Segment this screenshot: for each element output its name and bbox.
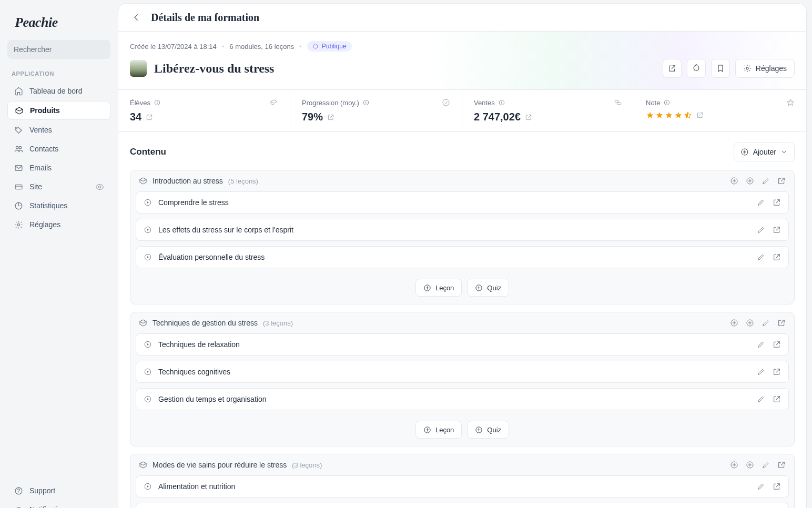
- bookmark-button[interactable]: [711, 59, 730, 78]
- lesson-row[interactable]: Comprendre le stress: [136, 191, 789, 214]
- sidebar-item-gear[interactable]: Réglages: [7, 216, 110, 233]
- sidebar-item-label: Support: [29, 486, 55, 495]
- eye-icon: [95, 182, 104, 191]
- settings-button[interactable]: Réglages: [735, 59, 795, 78]
- module-count: (3 leçons): [263, 319, 293, 327]
- lesson-row[interactable]: Les effets du stress sur le corps et l'e…: [136, 219, 789, 241]
- edit-button[interactable]: [757, 482, 765, 491]
- open-button[interactable]: [777, 177, 786, 185]
- lesson-row[interactable]: Gestion du temps et organisation: [136, 388, 789, 410]
- sidebar-item-label: Contacts: [29, 145, 58, 153]
- open-button[interactable]: [773, 198, 781, 207]
- sidebar-item-users[interactable]: Contacts: [7, 140, 110, 158]
- box-icon: [14, 106, 24, 115]
- gear-icon: [14, 220, 23, 229]
- sidebar-item-label: Ventes: [29, 126, 52, 134]
- open-button[interactable]: [777, 319, 786, 327]
- bell-icon: [14, 505, 23, 508]
- external-link-icon[interactable]: [525, 114, 532, 121]
- lesson-title: Alimentation et nutrition: [158, 482, 235, 491]
- edit-button[interactable]: [757, 395, 765, 403]
- info-icon[interactable]: [663, 99, 671, 106]
- sidebar-item-label: Réglages: [29, 220, 60, 229]
- edit-button[interactable]: [762, 319, 770, 327]
- open-button[interactable]: [773, 253, 781, 261]
- edit-button[interactable]: [757, 253, 765, 261]
- extension-button[interactable]: [687, 59, 706, 78]
- lesson-row[interactable]: Alimentation et nutrition: [136, 475, 789, 497]
- sidebar-item-box[interactable]: Produits: [7, 101, 110, 120]
- play-icon: [144, 226, 152, 234]
- edit-button[interactable]: [762, 177, 770, 185]
- back-button[interactable]: [130, 11, 143, 24]
- edit-button[interactable]: [762, 461, 770, 469]
- edit-button[interactable]: [757, 226, 765, 234]
- sidebar-item-label: Notifications: [29, 505, 69, 508]
- tag-icon: [14, 125, 23, 135]
- add-button[interactable]: [730, 319, 738, 327]
- lesson-row[interactable]: Techniques de relaxation: [136, 333, 789, 355]
- lesson-row[interactable]: Techniques cognitives: [136, 361, 789, 383]
- open-button[interactable]: [773, 395, 781, 403]
- content-title: Contenu: [130, 147, 166, 157]
- home-icon: [14, 86, 23, 96]
- info-icon[interactable]: [154, 99, 161, 106]
- box-icon: [139, 319, 147, 327]
- external-link-icon[interactable]: [146, 114, 153, 121]
- add-button-2[interactable]: [746, 319, 754, 327]
- stats-row: Élèves 34 Progression (moy.) 79% Ventes …: [118, 89, 806, 132]
- add-lesson-button[interactable]: Leçon: [415, 279, 462, 297]
- open-button[interactable]: [773, 368, 781, 376]
- open-button[interactable]: [773, 482, 781, 491]
- open-button[interactable]: [777, 461, 786, 469]
- content-header: Contenu Ajouter: [130, 143, 795, 161]
- lesson-row[interactable]: Activité physique: [136, 503, 789, 508]
- play-icon: [144, 482, 152, 491]
- sidebar: Peachie Rechercher APPLICATION Tableau d…: [0, 0, 118, 508]
- edit-button[interactable]: [757, 368, 765, 376]
- module-footer: Leçon Quiz: [130, 273, 794, 304]
- info-icon[interactable]: [362, 99, 370, 106]
- sidebar-footer-help[interactable]: Support: [7, 482, 110, 500]
- box-icon: [139, 461, 147, 469]
- add-lesson-button[interactable]: Leçon: [415, 421, 462, 439]
- course-hero: Créée le 13/07/2024 à 18:14 • 6 modules,…: [118, 32, 806, 89]
- sidebar-footer-bell[interactable]: Notifications: [7, 501, 110, 508]
- info-icon[interactable]: [498, 99, 505, 106]
- external-link-icon[interactable]: [327, 114, 334, 121]
- add-button-2[interactable]: [746, 177, 754, 185]
- edit-button[interactable]: [757, 198, 765, 207]
- open-button[interactable]: [773, 340, 781, 349]
- lessons-list: Comprendre le stress Les effets du stres…: [130, 191, 794, 273]
- edit-button[interactable]: [757, 340, 765, 349]
- brand-logo: Peachie: [15, 15, 110, 31]
- panel-header: Détails de ma formation: [118, 4, 806, 32]
- add-quiz-button[interactable]: Quiz: [467, 279, 509, 297]
- module-header[interactable]: Techniques de gestion du stress (3 leçon…: [130, 312, 794, 333]
- sidebar-item-tag[interactable]: Ventes: [7, 121, 110, 139]
- add-button[interactable]: [730, 461, 738, 469]
- stat-value: 34: [130, 111, 141, 123]
- module-count: (5 leçons): [228, 177, 258, 185]
- module-header[interactable]: Introduction au stress (5 leçons): [130, 170, 794, 191]
- stat-label: Note: [646, 99, 660, 107]
- open-external-button[interactable]: [663, 59, 682, 78]
- external-link-icon[interactable]: [696, 111, 704, 119]
- add-button-2[interactable]: [746, 461, 754, 469]
- sidebar-item-home[interactable]: Tableau de bord: [7, 82, 110, 100]
- stat-label: Ventes: [474, 99, 495, 107]
- lesson-row[interactable]: Évaluation personnelle du stress: [136, 246, 789, 268]
- modules-list: Introduction au stress (5 leçons) Compre…: [130, 170, 795, 508]
- add-quiz-button[interactable]: Quiz: [467, 421, 509, 439]
- sidebar-item-chart[interactable]: Statistiques: [7, 197, 110, 215]
- sidebar-item-card[interactable]: Site: [7, 178, 110, 196]
- search-input[interactable]: Rechercher: [7, 40, 110, 59]
- module-header[interactable]: Modes de vie sains pour réduire le stres…: [130, 454, 794, 475]
- module: Introduction au stress (5 leçons) Compre…: [130, 170, 795, 304]
- add-button[interactable]: [730, 177, 738, 185]
- sidebar-item-mail[interactable]: Emails: [7, 159, 110, 177]
- status-badge: Publique: [307, 41, 352, 52]
- open-button[interactable]: [773, 226, 781, 234]
- add-button[interactable]: Ajouter: [734, 143, 795, 161]
- panel: Détails de ma formation Créée le 13/07/2…: [118, 3, 807, 508]
